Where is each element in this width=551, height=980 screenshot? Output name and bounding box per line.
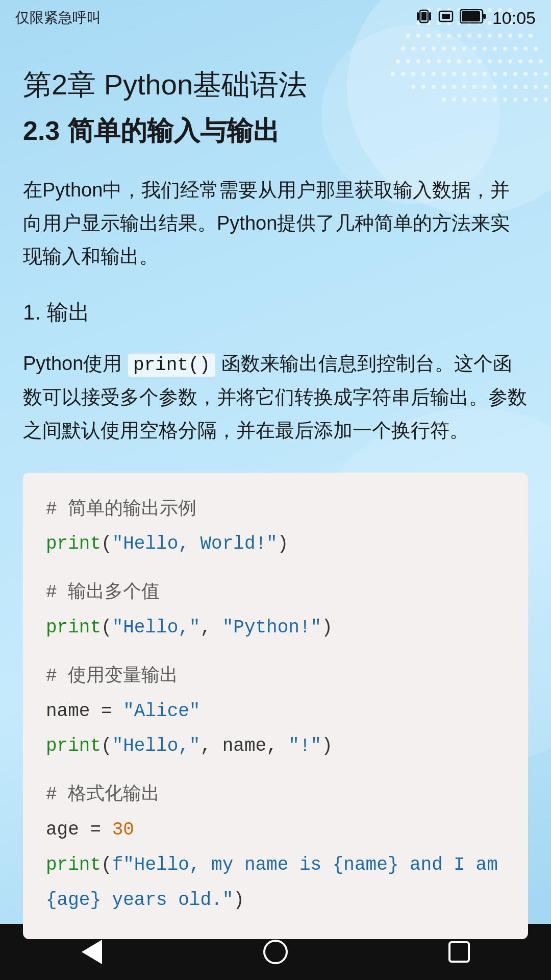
inline-code-print: print() [128,353,216,377]
status-icons: 10:05 [416,8,536,28]
vibrate-icon [416,8,432,28]
status-bar: 仅限紧急呼叫 10:05 [0,0,551,36]
svg-rect-105 [429,12,431,20]
chapter-title: 第2章 Python基础语法 [23,66,528,104]
subsection-output-title: 1. 输出 [23,298,528,327]
code-line-4b: print(f"Hello, my name is {name} and I a… [46,849,505,882]
code-section-2: # 输出多个值 print("Hello,", "Python!") [46,576,505,645]
sim-icon [438,8,454,28]
emergency-call-text: 仅限紧急呼叫 [15,8,101,28]
section-title: 2.3 简单的输入与输出 [23,114,528,149]
code-comment-1: # 简单的输出示例 [46,493,505,526]
code-comment-3: # 使用变量输出 [46,660,505,693]
print-description: Python使用 print() 函数来输出信息到控制台。这个函数可以接受多个参… [23,347,528,447]
time-text: 10:05 [492,8,536,28]
svg-rect-106 [421,12,427,20]
print-desc-before: Python使用 [23,353,128,374]
svg-rect-103 [417,12,419,20]
code-line-1: print("Hello, World!") [46,528,505,561]
main-content: 第2章 Python基础语法 2.3 简单的输入与输出 在Python中，我们经… [0,36,551,960]
code-line-2: print("Hello,", "Python!") [46,611,505,645]
code-line-3b: print("Hello,", name, "!") [46,730,505,763]
svg-rect-111 [483,14,486,19]
code-line-4c: {age} years old.") [46,884,505,917]
svg-rect-110 [462,11,480,21]
code-section-4: # 格式化输出 age = 30 print(f"Hello, my name … [46,778,505,917]
code-line-3a: name = "Alice" [46,695,505,728]
code-comment-4: # 格式化输出 [46,778,505,812]
body-text: 在Python中，我们经常需要从用户那里获取输入数据，并向用户显示输出结果。Py… [23,174,528,273]
code-block: # 简单的输出示例 print("Hello, World!") # 输出多个值… [23,473,528,940]
battery-icon [460,9,486,27]
code-line-4a: age = 30 [46,814,505,847]
code-comment-2: # 输出多个值 [46,576,505,609]
svg-rect-108 [442,14,450,19]
code-section-1: # 简单的输出示例 print("Hello, World!") [46,493,505,561]
code-section-3: # 使用变量输出 name = "Alice" print("Hello,", … [46,660,505,763]
